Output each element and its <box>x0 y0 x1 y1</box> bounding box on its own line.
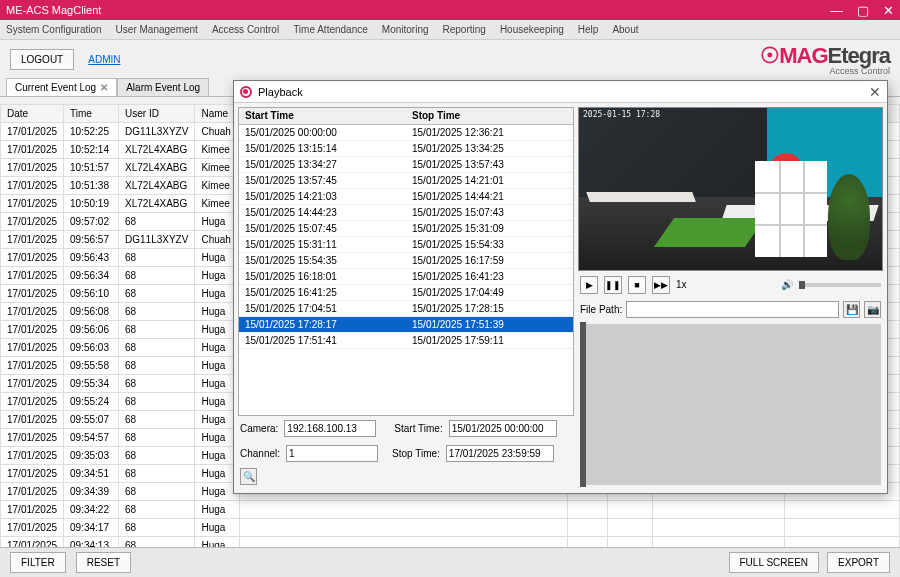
recording-row[interactable]: 15/01/2025 16:18:0115/01/2025 16:41:23 <box>239 268 573 284</box>
search-button[interactable]: 🔍 <box>240 468 257 485</box>
player-controls: ▶ ❚❚ ■ ▶▶ 1x 🔊 <box>578 271 883 299</box>
minimize-icon[interactable]: — <box>830 3 843 18</box>
menu-user-management[interactable]: User Management <box>116 24 198 35</box>
camera-select[interactable] <box>284 420 376 437</box>
recording-row[interactable]: 15/01/2025 17:28:1715/01/2025 17:51:39 <box>239 316 573 332</box>
playback-progress[interactable] <box>580 324 881 486</box>
video-preview[interactable]: 2025-01-15 17:28 <box>578 107 883 271</box>
col-start-time[interactable]: Start Time <box>239 108 406 124</box>
dialog-close-icon[interactable]: ✕ <box>869 84 881 100</box>
table-row[interactable]: 17/01/202509:34:1768Huga <box>1 519 900 537</box>
channel-label: Channel: <box>240 448 280 459</box>
stop-button[interactable]: ■ <box>628 276 646 294</box>
close-icon[interactable]: ✕ <box>883 3 894 18</box>
recording-row[interactable]: 15/01/2025 00:00:0015/01/2025 12:36:21 <box>239 124 573 140</box>
menu-time-attendance[interactable]: Time Attendance <box>293 24 368 35</box>
tab-alarm-event-log[interactable]: Alarm Event Log <box>117 78 209 96</box>
menu-help[interactable]: Help <box>578 24 599 35</box>
bg-col-0[interactable]: Date <box>1 105 64 123</box>
logout-button[interactable]: LOGOUT <box>10 49 74 70</box>
footer-bar: FILTER RESET FULL SCREEN EXPORT <box>0 547 900 577</box>
volume-slider[interactable] <box>799 283 881 287</box>
menu-access-control[interactable]: Access Control <box>212 24 279 35</box>
menubar: System Configuration User Management Acc… <box>0 20 900 40</box>
start-time-label: Start Time: <box>394 423 442 434</box>
video-timestamp: 2025-01-15 17:28 <box>583 110 660 119</box>
recording-row[interactable]: 15/01/2025 13:57:4515/01/2025 14:21:01 <box>239 172 573 188</box>
dialog-titlebar[interactable]: Playback ✕ <box>234 81 887 103</box>
recording-row[interactable]: 15/01/2025 13:34:2715/01/2025 13:57:43 <box>239 156 573 172</box>
titlebar: ME-ACS MagClient — ▢ ✕ <box>0 0 900 20</box>
recording-row[interactable]: 15/01/2025 15:31:1115/01/2025 15:54:33 <box>239 236 573 252</box>
file-path-input[interactable] <box>626 301 839 318</box>
play-button[interactable]: ▶ <box>580 276 598 294</box>
toolbar: LOGOUT ADMIN ☉MAGEtegra Access Control <box>0 40 900 78</box>
recording-row[interactable]: 15/01/2025 15:54:3515/01/2025 16:17:59 <box>239 252 573 268</box>
menu-monitoring[interactable]: Monitoring <box>382 24 429 35</box>
table-row[interactable]: 17/01/202509:34:1368Huga <box>1 537 900 548</box>
export-button[interactable]: EXPORT <box>827 552 890 573</box>
filter-button[interactable]: FILTER <box>10 552 66 573</box>
channel-select[interactable] <box>286 445 378 462</box>
stop-time-input[interactable] <box>446 445 554 462</box>
menu-system-configuration[interactable]: System Configuration <box>6 24 102 35</box>
recording-row[interactable]: 15/01/2025 13:15:1415/01/2025 13:34:25 <box>239 140 573 156</box>
bg-col-2[interactable]: User ID <box>119 105 195 123</box>
snapshot-icon[interactable]: 📷 <box>864 301 881 318</box>
save-file-icon[interactable]: 💾 <box>843 301 860 318</box>
menu-about[interactable]: About <box>612 24 638 35</box>
maximize-icon[interactable]: ▢ <box>857 3 869 18</box>
speed-label: 1x <box>676 279 687 290</box>
recording-row[interactable]: 15/01/2025 17:04:5115/01/2025 17:28:15 <box>239 300 573 316</box>
tab-current-event-log[interactable]: Current Event Log ✕ <box>6 78 117 96</box>
brand-logo: ☉MAGEtegra Access Control <box>760 44 890 74</box>
recording-list[interactable]: Start Time Stop Time 15/01/2025 00:00:00… <box>238 107 574 416</box>
full-screen-button[interactable]: FULL SCREEN <box>729 552 820 573</box>
playback-icon <box>240 86 252 98</box>
recording-row[interactable]: 15/01/2025 16:41:2515/01/2025 17:04:49 <box>239 284 573 300</box>
camera-label: Camera: <box>240 423 278 434</box>
pause-button[interactable]: ❚❚ <box>604 276 622 294</box>
fast-forward-button[interactable]: ▶▶ <box>652 276 670 294</box>
file-path-label: File Path: <box>580 304 622 315</box>
admin-link[interactable]: ADMIN <box>88 54 120 65</box>
dialog-title: Playback <box>258 86 303 98</box>
col-stop-time[interactable]: Stop Time <box>406 108 573 124</box>
playback-dialog: Playback ✕ Start Time Stop Time 15/01/20… <box>233 80 888 494</box>
reset-button[interactable]: RESET <box>76 552 131 573</box>
start-time-input[interactable] <box>449 420 557 437</box>
menu-reporting[interactable]: Reporting <box>443 24 486 35</box>
volume-icon[interactable]: 🔊 <box>781 279 793 290</box>
tab-close-icon[interactable]: ✕ <box>100 82 108 93</box>
recording-row[interactable]: 15/01/2025 14:21:0315/01/2025 14:44:21 <box>239 188 573 204</box>
app-title: ME-ACS MagClient <box>6 4 101 16</box>
table-row[interactable]: 17/01/202509:34:2268Huga <box>1 501 900 519</box>
recording-row[interactable]: 15/01/2025 15:07:4515/01/2025 15:31:09 <box>239 220 573 236</box>
menu-housekeeping[interactable]: Housekeeping <box>500 24 564 35</box>
recording-row[interactable]: 15/01/2025 14:44:2315/01/2025 15:07:43 <box>239 204 573 220</box>
bg-col-1[interactable]: Time <box>64 105 119 123</box>
recording-row[interactable]: 15/01/2025 17:51:4115/01/2025 17:59:11 <box>239 332 573 348</box>
stop-time-label: Stop Time: <box>392 448 440 459</box>
